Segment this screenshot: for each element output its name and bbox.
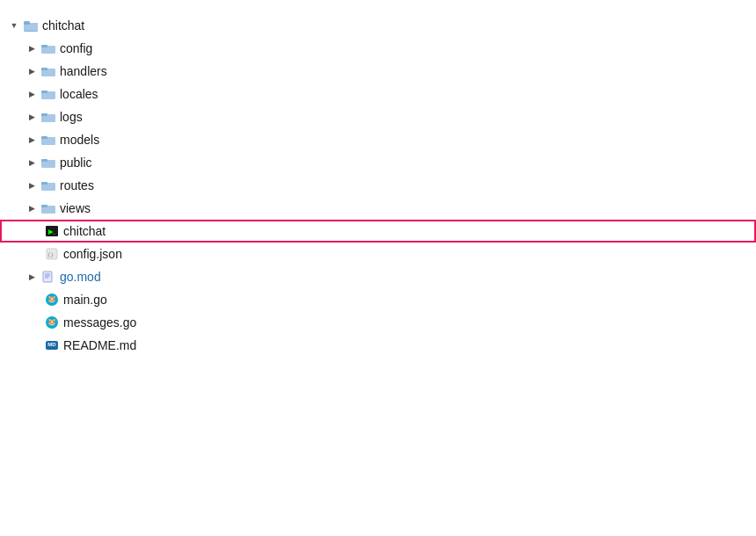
folder-icon-handlers (40, 64, 56, 78)
chevron-go-mod (25, 270, 39, 284)
tree-root-chitchat[interactable]: chitchat (0, 14, 756, 37)
svg-rect-22 (43, 272, 52, 282)
tree-item-go-mod[interactable]: go.mod (0, 265, 756, 288)
tree-item-main-go[interactable]: 🐹 main.go (0, 288, 756, 311)
svg-rect-13 (41, 136, 47, 139)
item-label-config-json: config.json (63, 247, 122, 261)
svg-rect-9 (41, 91, 47, 93)
svg-rect-17 (41, 182, 47, 185)
tree-item-locales[interactable]: locales (0, 83, 756, 105)
item-label-locales: locales (60, 87, 98, 101)
chevron-routes (25, 178, 39, 192)
item-label-models: models (60, 133, 99, 147)
gomod-icon (40, 270, 56, 284)
item-label-public: public (60, 156, 92, 170)
chevron-models (25, 133, 39, 147)
tree-item-handlers[interactable]: handlers (0, 60, 756, 83)
tree-item-config-json[interactable]: {} config.json (0, 243, 756, 265)
folder-icon-config (40, 41, 56, 55)
tree-item-public[interactable]: public (0, 151, 756, 174)
folder-icon-models (40, 133, 56, 147)
svg-text:{}: {} (47, 251, 54, 257)
tree-item-chitchat-exe[interactable]: ▶_ chitchat (0, 220, 756, 243)
gopher-icon-messages: 🐹 (44, 315, 60, 330)
chevron-handlers (25, 64, 39, 78)
item-label-config: config (60, 41, 92, 55)
item-label-routes: routes (60, 178, 94, 192)
chevron-logs (25, 110, 39, 124)
tree-item-messages-go[interactable]: 🐹 messages.go (0, 311, 756, 334)
item-label-main-go: main.go (63, 293, 107, 307)
markdown-icon: MD (44, 338, 60, 352)
chevron-public (25, 156, 39, 170)
folder-icon-logs (40, 110, 56, 124)
svg-rect-19 (41, 205, 47, 207)
tree-item-readme[interactable]: MD README.md (0, 334, 756, 357)
svg-rect-15 (41, 159, 47, 162)
tree-item-logs[interactable]: logs (0, 105, 756, 128)
chevron-views (25, 201, 39, 215)
svg-rect-7 (41, 68, 47, 70)
item-label-chitchat-exe: chitchat (63, 224, 105, 238)
item-label-logs: logs (60, 110, 83, 124)
item-label-go-mod: go.mod (60, 270, 101, 284)
gopher-icon-main: 🐹 (44, 293, 60, 307)
terminal-icon-chitchat: ▶_ (44, 224, 60, 238)
folder-icon-routes (40, 178, 56, 192)
tree-item-views[interactable]: views (0, 197, 756, 220)
folder-icon-public (40, 156, 56, 170)
root-label: chitchat (42, 18, 84, 33)
item-label-views: views (60, 201, 91, 215)
item-label-messages-go: messages.go (63, 315, 136, 330)
chevron-root (7, 18, 21, 33)
chevron-config (25, 41, 39, 55)
tree-item-config[interactable]: config (0, 37, 756, 60)
item-label-handlers: handlers (60, 64, 107, 78)
svg-rect-5 (41, 45, 47, 47)
folder-icon-views (40, 201, 56, 215)
folder-icon-locales (40, 87, 56, 101)
svg-rect-3 (24, 22, 30, 25)
item-label-readme: README.md (63, 338, 136, 352)
json-icon: {} (44, 247, 60, 261)
chevron-locales (25, 87, 39, 101)
svg-rect-11 (41, 113, 47, 116)
file-tree: chitchat config handlers (0, 7, 756, 364)
tree-item-models[interactable]: models (0, 128, 756, 151)
tree-item-routes[interactable]: routes (0, 174, 756, 197)
folder-icon-root (23, 18, 39, 33)
